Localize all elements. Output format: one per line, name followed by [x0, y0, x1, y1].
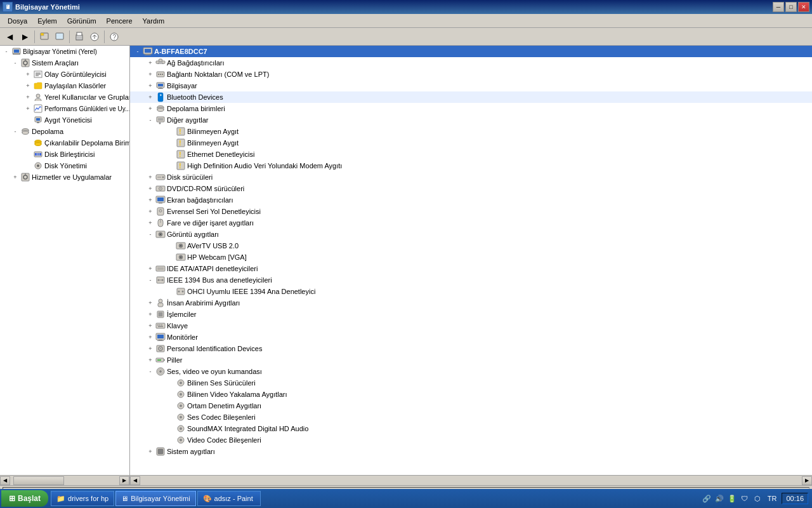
diger-expander[interactable]: - [145, 115, 155, 125]
performans-expander[interactable]: + [23, 104, 33, 114]
right-ses-sur[interactable]: Bilinen Ses Sürücüleri [130, 377, 812, 389]
export-button[interactable] [88, 30, 102, 44]
print-button[interactable] [72, 30, 86, 44]
right-ieee[interactable]: - IEEE 1394 Bus ana denetleyicileri [130, 274, 812, 286]
right-ag-bagdas[interactable]: + Ağ Bağdaştırıcıları [130, 57, 812, 69]
up-button[interactable] [37, 30, 51, 44]
right-insan[interactable]: + İnsan Arabirimi Aygıtları [130, 297, 812, 309]
back-button[interactable]: ◀ [3, 30, 16, 44]
right-disk-sur[interactable]: + Disk sürücüleri [130, 171, 812, 183]
right-dvd[interactable]: + DVD/CD-ROM sürücüleri [130, 183, 812, 194]
sistemayg-expander[interactable]: + [145, 446, 155, 457]
left-disk-yonetim[interactable]: Disk Yönetimi [0, 160, 129, 171]
pid-expander[interactable]: + [145, 344, 155, 354]
left-cikariliabilir[interactable]: Çıkarılabilir Depolama Birimi [0, 137, 129, 149]
taskbar-bilgisayar[interactable]: 🖥 Bilgisayar Yönetimi [115, 491, 195, 506]
right-diger[interactable]: - Diğer aygıtlar [130, 114, 812, 126]
right-ohci[interactable]: OHCI Uyumlu IEEE 1394 Ana Denetleyici [130, 286, 812, 297]
right-baglanti[interactable]: + Bağlantı Noktaları (COM ve LPT) [130, 69, 812, 80]
right-video-codec[interactable]: Video Codec Bileşenleri [130, 434, 812, 446]
yerel-expander[interactable]: + [23, 92, 33, 102]
left-aygit[interactable]: Aygıt Yöneticisi [0, 114, 129, 126]
monitor-expander[interactable]: + [145, 332, 155, 342]
right-goruntu[interactable]: - Görüntü aygıtları [130, 229, 812, 240]
depolama-r-expander[interactable]: + [145, 104, 155, 114]
ieee-expander[interactable]: - [145, 275, 155, 285]
forward-button[interactable]: ▶ [18, 30, 32, 44]
right-ekran[interactable]: + Ekran bağdaştırıcıları [130, 194, 812, 206]
left-root-node[interactable]: - Bilgisayar Yönetimi (Yerel) [0, 46, 129, 57]
left-depolama[interactable]: - Depolama [0, 126, 129, 137]
scroll-right-right-btn[interactable]: ▶ [802, 476, 812, 485]
menu-yardim[interactable]: Yardım [138, 16, 170, 26]
right-klavye[interactable]: + Klavye [130, 320, 812, 331]
right-sistem-ayg[interactable]: + Sistem aygıtları [130, 446, 812, 457]
scroll-right-left-btn[interactable]: ◀ [130, 476, 140, 485]
right-bilinmeyen-2[interactable]: ! Bilinmeyen Aygıt [130, 137, 812, 149]
menu-dosya[interactable]: Dosya [3, 16, 32, 26]
right-codec[interactable]: Ses Codec Bileşenleri [130, 411, 812, 423]
right-scroll-track[interactable] [140, 476, 802, 485]
menu-gorunum[interactable]: Görünüm [62, 16, 102, 26]
right-piller[interactable]: + Piller [130, 354, 812, 366]
left-paylasilan[interactable]: + Paylaşılan Klasörler [0, 80, 129, 91]
refresh-button[interactable] [53, 30, 67, 44]
restore-button[interactable]: □ [785, 2, 797, 12]
right-depolama[interactable]: + Depolama birimleri [130, 103, 812, 114]
left-disk-birlestir[interactable]: Disk Birleştiricisi [0, 149, 129, 160]
menu-eylem[interactable]: Eylem [32, 16, 62, 26]
ag-expander[interactable]: + [145, 58, 155, 68]
bluetooth-expander[interactable]: + [145, 92, 155, 102]
insan-expander[interactable]: + [145, 298, 155, 308]
dvd-expander[interactable]: + [145, 184, 155, 194]
right-islemci[interactable]: + İşlemciler [130, 309, 812, 320]
start-button[interactable]: ⊞ Başlat [1, 490, 48, 507]
right-fare[interactable]: + Fare ve diğer işaret aygıtları [130, 217, 812, 229]
right-monitor[interactable]: + Monitörler [130, 331, 812, 343]
left-yerel[interactable]: + Yerel Kullanıcılar ve Gruplar [0, 91, 129, 103]
help-button[interactable]: ? [107, 30, 121, 44]
hizmetler-expander[interactable]: + [10, 172, 20, 182]
scroll-right-btn-left[interactable]: ▶ [119, 476, 129, 485]
right-ethernet[interactable]: ! Ethernet Denetleyicisi [130, 149, 812, 160]
right-ortam[interactable]: Ortam Denetim Aygıtları [130, 400, 812, 411]
taskbar-paint[interactable]: 🎨 adsız - Paint [197, 491, 261, 506]
taskbar-drivers[interactable]: 📁 drivers for hp [51, 491, 114, 506]
right-soundmax[interactable]: SoundMAX Integrated Digital HD Audio [130, 423, 812, 434]
right-pid[interactable]: + Personal Identification Devices [130, 343, 812, 354]
klavye-expander[interactable]: + [145, 321, 155, 331]
ide-expander[interactable]: + [145, 264, 155, 274]
piller-expander[interactable]: + [145, 355, 155, 365]
baglanti-expander[interactable]: + [145, 69, 155, 79]
scroll-left-btn[interactable]: ◀ [0, 476, 10, 485]
right-bluetooth[interactable]: + ˃ Bluetooth Devices [130, 91, 812, 103]
right-hd-audio[interactable]: ! High Definition Audio Veri Yolundaki M… [130, 160, 812, 171]
sistem-expander[interactable]: - [10, 58, 20, 68]
usb-expander[interactable]: + [145, 206, 155, 217]
close-button[interactable]: ✕ [798, 2, 809, 12]
minimize-button[interactable]: ─ [773, 2, 784, 12]
right-bilinmeyen-1[interactable]: ! Bilinmeyen Aygıt [130, 126, 812, 137]
right-ses[interactable]: - Ses, video ve oyun kumandası [130, 366, 812, 377]
olay-expander[interactable]: + [23, 69, 33, 79]
root-expander[interactable]: - [1, 46, 11, 57]
right-video-yak[interactable]: Bilinen Video Yakalama Aygıtları [130, 389, 812, 400]
left-scroll-track[interactable] [10, 476, 119, 485]
left-scroll-thumb[interactable] [13, 476, 64, 485]
ses-expander[interactable]: - [145, 366, 155, 377]
right-bilgisayar[interactable]: + Bilgisayar [130, 80, 812, 91]
right-webcam[interactable]: HP Webcam [VGA] [130, 251, 812, 263]
bilgisayar-expander[interactable]: + [145, 81, 155, 91]
depolama-expander[interactable]: - [10, 126, 20, 137]
goruntu-expander[interactable]: - [145, 229, 155, 239]
right-usb[interactable]: + Evrensel Seri Yol Denetleyicisi [130, 206, 812, 217]
menu-pencere[interactable]: Pencere [102, 16, 138, 26]
left-olay[interactable]: + Olay Görüntüleyicisi [0, 69, 129, 80]
fare-expander[interactable]: + [145, 218, 155, 228]
right-avertv[interactable]: AVerTV USB 2.0 [130, 240, 812, 251]
right-computer-node[interactable]: - A-BFFAE8DCC7 [130, 46, 812, 57]
left-performans[interactable]: + Performans Günlükleri ve Uy... [0, 103, 129, 114]
left-sistem-araclar[interactable]: - Sistem Araçları [0, 57, 129, 69]
islemci-expander[interactable]: + [145, 309, 155, 319]
left-hizmetler[interactable]: + Hizmetler ve Uygulamalar [0, 171, 129, 183]
